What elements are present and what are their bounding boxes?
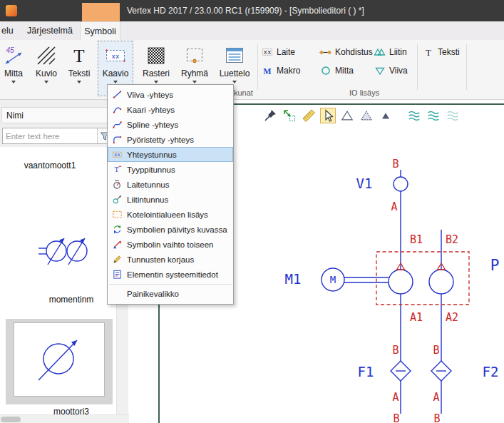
menu-item-painikevalikko[interactable]: Painikevalikko — [108, 287, 233, 302]
hatch-pattern-icon — [37, 44, 56, 68]
app-logo-icon — [6, 5, 17, 16]
measure-circle-icon — [319, 65, 331, 77]
triangle-icon[interactable] — [339, 108, 355, 123]
macro-icon: M — [261, 65, 273, 77]
ribbon-button-label: Luettelo — [220, 68, 250, 78]
menu-bar: elu Järjestelmä Symboli — [0, 21, 504, 40]
menu-item-laitetunnus[interactable]: Laitetunnus — [108, 177, 233, 192]
menu-item-viiva-yhteys[interactable]: Viiva -yhteys — [108, 87, 233, 102]
menu-item-tyyppitunnus[interactable]: T Tyyppitunnus — [108, 162, 233, 177]
rounded-connection-icon — [111, 134, 123, 146]
schematic-label-a-f2: A — [433, 391, 439, 404]
menu-item-yhteystunnus[interactable]: xx Yhteystunnus — [108, 147, 233, 162]
filter-input[interactable] — [3, 128, 97, 143]
schematic-label-a-f1: A — [392, 391, 398, 404]
menu-item-label: Tunnusten korjaus — [127, 255, 194, 264]
schematic-label-b-bot2: B — [433, 412, 440, 423]
io-button-laite[interactable]: xx Laite — [261, 46, 295, 58]
name-column-label: Nimi — [6, 111, 24, 121]
menu-item-label: Pyöristetty -yhteys — [127, 136, 194, 144]
ruler-icon[interactable] — [301, 108, 317, 123]
list-item-momentinm[interactable]: momentinm — [25, 295, 118, 305]
horizontal-scrollbar-thumb[interactable] — [1, 417, 21, 422]
schematic-label-f1: F1 — [358, 364, 374, 379]
dimension-icon: 45 — [3, 44, 24, 68]
symbol-thumbnail-momentinm[interactable] — [37, 225, 100, 280]
ribbon-button-kuvio[interactable]: Kuvio — [31, 41, 61, 96]
list-item-moottori3-sel[interactable] — [6, 319, 113, 404]
element-info-icon — [111, 269, 123, 280]
symbols-refresh-icon — [111, 224, 123, 235]
line-triangle-icon — [374, 65, 386, 77]
svg-text:xx: xx — [114, 151, 120, 158]
schematic-blue-lines — [322, 170, 453, 414]
menu-item-symbolien-paivitys[interactable]: Symbolien päivitys kuvassa — [108, 222, 233, 237]
ribbon-button-label: Kaavio — [103, 68, 129, 78]
chevron-down-icon[interactable] — [192, 81, 197, 83]
menu-item-label: Liitintunnus — [127, 195, 168, 204]
ribbon-button-mitta[interactable]: 45 Mitta — [0, 41, 27, 96]
io-button-label: Viiva — [389, 66, 408, 76]
triangle-hatch-icon[interactable] — [359, 108, 374, 123]
io-button-makro[interactable]: M Makro — [261, 64, 300, 77]
menu-item-pyoristetty-yhteys[interactable]: Pyöristetty -yhteys — [108, 132, 233, 147]
list-item-vaantomoott1[interactable]: vaantomoott1 — [4, 160, 96, 170]
schematic-label-f2: F2 — [483, 364, 499, 379]
io-button-viiva[interactable]: Viiva — [374, 64, 408, 77]
schematic-label-p: P — [490, 257, 500, 274]
io-button-teksti[interactable]: T Teksti — [422, 46, 460, 58]
chevron-down-icon[interactable] — [44, 81, 48, 83]
schematic-label-m: M — [330, 274, 336, 285]
pin-icon[interactable] — [262, 108, 278, 123]
svg-text:45: 45 — [6, 46, 14, 54]
triangle-filled-icon[interactable] — [378, 108, 394, 123]
chevron-down-icon[interactable] — [11, 81, 16, 83]
chevron-down-icon[interactable] — [113, 81, 118, 83]
ribbon-button-teksti[interactable]: T Teksti — [64, 41, 94, 96]
tab-symboli[interactable]: Symboli — [80, 21, 120, 40]
device-icon: xx — [261, 46, 273, 58]
device-tag-icon — [111, 179, 123, 190]
menu-item-kaari-yhteys[interactable]: Kaari -yhteys — [108, 102, 233, 117]
layers-icon[interactable] — [406, 108, 422, 123]
menu-item-liitintunnus[interactable]: Liitintunnus — [108, 192, 233, 207]
align-icon — [319, 46, 331, 58]
window-title: Vertex HD 2017 / 23.0.00 RC1 (r159909) -… — [127, 0, 364, 21]
kaavio-dropdown-menu: Viiva -yhteys Kaari -yhteys Spline -yhte… — [107, 84, 234, 305]
menu-item-label: Viiva -yhteys — [127, 91, 173, 99]
svg-text:xx: xx — [112, 53, 120, 60]
title-bar: Vertex HD 2017 / 23.0.00 RC1 (r159909) -… — [0, 0, 504, 21]
type-tag-icon: T — [111, 164, 123, 175]
menu-item-tunnusten-korjaus[interactable]: Tunnusten korjaus — [108, 252, 233, 267]
schematic-label-a2: A2 — [446, 311, 458, 324]
chevron-down-icon[interactable] — [154, 81, 158, 83]
io-button-label: Makro — [277, 66, 300, 76]
application-window: Vertex HD 2017 / 23.0.00 RC1 (r159909) -… — [0, 0, 504, 423]
io-button-liitin[interactable]: Liitin — [374, 46, 407, 58]
arc-connection-icon — [111, 104, 123, 116]
ribbon-separator — [417, 44, 418, 90]
fit-view-icon[interactable] — [282, 108, 297, 123]
menu-item-spline-yhteys[interactable]: Spline -yhteys — [108, 117, 233, 132]
horizontal-scrollbar[interactable] — [0, 414, 129, 423]
name-column-header[interactable]: Nimi — [1, 107, 115, 123]
menu-item-kotelointialueen-lisays[interactable]: Kotelointialueen lisäys — [108, 207, 233, 222]
menu-item-symbolin-vaihto[interactable]: Symbolin vaihto toiseen — [108, 237, 233, 252]
schematic-red-marks — [376, 252, 469, 305]
text-icon: T — [422, 46, 434, 58]
chevron-down-icon[interactable] — [77, 81, 81, 83]
layers-icon[interactable] — [426, 108, 441, 123]
raster-icon — [147, 44, 165, 68]
menu-item-elementin-systeemitiedot[interactable]: Elementin systeemitiedot — [108, 267, 233, 282]
tab-elu[interactable]: elu — [0, 21, 21, 40]
svg-text:T: T — [114, 165, 119, 173]
tag-repair-pencil-icon — [111, 254, 123, 265]
io-button-mitta[interactable]: Mitta — [319, 64, 354, 77]
select-cursor-icon[interactable] — [320, 108, 336, 123]
layers-light-icon[interactable] — [445, 108, 461, 123]
canvas-toolbar — [262, 108, 461, 123]
io-button-kohdistus[interactable]: Kohdistus — [319, 46, 373, 58]
filter-row — [2, 128, 112, 144]
tab-jarjestelma[interactable]: Järjestelmä — [21, 21, 78, 40]
chevron-down-icon[interactable] — [232, 81, 237, 83]
